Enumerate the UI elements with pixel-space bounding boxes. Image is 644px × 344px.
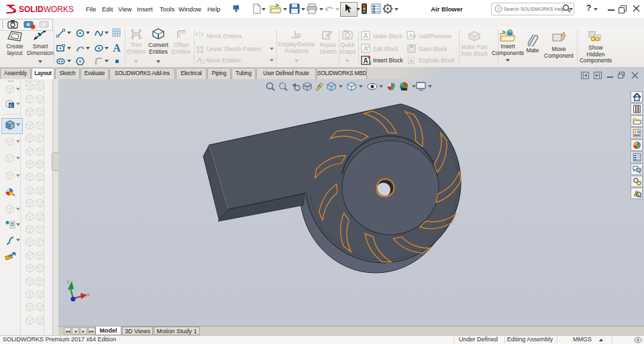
svg-text:A: A <box>363 32 368 40</box>
svg-text:X: X <box>87 292 91 298</box>
svg-text:A: A <box>317 83 321 89</box>
svg-text:L: L <box>10 103 13 109</box>
svg-text:Y: Y <box>66 279 70 285</box>
svg-text:A: A <box>113 42 121 54</box>
svg-text:A: A <box>409 32 413 39</box>
svg-text:SOLIDWORKS: SOLIDWORKS <box>19 5 74 14</box>
svg-text:A: A <box>363 57 368 64</box>
svg-text:A: A <box>409 58 414 64</box>
svg-text:?: ? <box>497 6 500 12</box>
